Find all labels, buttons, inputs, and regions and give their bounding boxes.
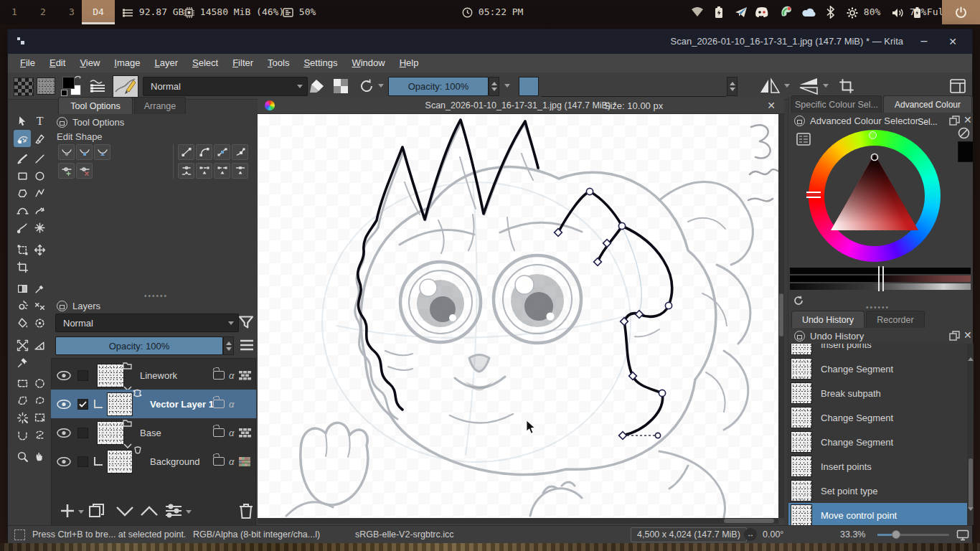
layer-thumbnail[interactable] <box>97 364 124 387</box>
insert-point-button[interactable] <box>58 163 75 179</box>
layer-style-icon[interactable] <box>239 371 252 380</box>
alpha-icon[interactable]: α <box>229 428 234 438</box>
bluetooth-icon[interactable] <box>826 6 834 19</box>
minimize-button[interactable]: – <box>913 29 935 54</box>
tool-calligraphy[interactable] <box>31 130 48 147</box>
visibility-icon[interactable] <box>57 428 71 438</box>
layer-opacity-slider[interactable]: Opacity: 100% <box>55 336 223 355</box>
layer-thumbnail[interactable] <box>97 421 124 445</box>
tool-transform[interactable] <box>14 241 31 258</box>
fullscreen-toggle-icon[interactable] <box>956 529 969 541</box>
tool-multibrush[interactable] <box>31 219 48 236</box>
wifi-icon[interactable] <box>691 7 704 17</box>
alpha-icon[interactable]: α <box>229 456 234 467</box>
canvas-hscroll-thumb[interactable] <box>724 519 774 523</box>
tool-smart-patch[interactable] <box>31 297 48 314</box>
opacity-spinner[interactable] <box>489 77 499 96</box>
refresh-shades-icon[interactable] <box>793 295 804 306</box>
menu-view[interactable]: View <box>73 54 106 72</box>
layer-row-base[interactable]: Base α <box>51 418 256 447</box>
tool-crop[interactable] <box>14 258 31 276</box>
add-layer-dropdown-icon[interactable] <box>78 510 84 514</box>
symmetric-point-button[interactable] <box>94 144 110 160</box>
telegram-icon[interactable] <box>735 6 748 18</box>
undo-item[interactable]: Break subpath <box>788 381 967 405</box>
close-docker-icon[interactable]: ✕ <box>963 329 972 341</box>
hue-selector[interactable] <box>869 131 877 139</box>
tool-assistants[interactable] <box>14 336 31 354</box>
scroll-up-icon[interactable] <box>968 345 974 358</box>
window-titlebar[interactable]: Scan_2026-01-10_16-17-31_1.jpg (147.7 Mi… <box>8 29 972 54</box>
close-docker-icon[interactable]: ✕ <box>963 114 972 126</box>
docker-lock-icon[interactable] <box>794 116 805 126</box>
layer-filter-icon[interactable] <box>237 314 255 331</box>
float-docker-icon[interactable] <box>949 331 960 341</box>
layer-properties-dropdown-icon[interactable] <box>186 510 192 514</box>
scroll-down-icon[interactable] <box>968 511 974 524</box>
size-slider[interactable]: Size: 10.00 px <box>540 96 727 116</box>
tab-arrange[interactable]: Arrange <box>134 97 186 114</box>
mirror-vertical-dropdown-icon[interactable] <box>823 84 829 88</box>
menu-tools[interactable]: Tools <box>261 54 296 72</box>
selection-mode-icon[interactable] <box>14 529 25 540</box>
layer-thumbnail[interactable] <box>107 392 133 416</box>
preserve-alpha-icon[interactable] <box>332 78 349 94</box>
move-layer-up-button[interactable] <box>140 506 159 517</box>
layer-row-linework[interactable]: Linework α <box>51 361 256 390</box>
tool-pan[interactable] <box>31 448 48 465</box>
canvas-close-button[interactable]: ✕ <box>767 97 776 114</box>
opacity-dropdown-icon[interactable] <box>504 84 510 88</box>
canvas-vscroll-thumb[interactable] <box>779 293 783 336</box>
layer-lock-icon[interactable] <box>213 457 225 466</box>
workspace-1[interactable]: 1 <box>0 0 29 24</box>
size-preset-swatch[interactable] <box>519 77 539 96</box>
tool-gradient[interactable] <box>14 280 31 297</box>
layer-properties-button[interactable] <box>164 503 183 519</box>
duplicate-layer-button[interactable] <box>88 503 105 519</box>
layer-checkbox[interactable] <box>77 456 88 467</box>
tool-reference-images[interactable] <box>14 354 31 371</box>
reset-colors-icon[interactable] <box>61 90 67 96</box>
menu-settings[interactable]: Settings <box>297 54 344 72</box>
corner-point-button[interactable] <box>58 144 75 160</box>
alpha-icon[interactable]: α <box>229 370 234 381</box>
tool-rectangular-selection[interactable] <box>14 375 31 392</box>
menu-file[interactable]: File <box>14 54 42 72</box>
tool-colorize-mask[interactable] <box>14 297 31 314</box>
rotation-angle[interactable]: 0.00° <box>763 526 783 544</box>
layer-lock-icon[interactable] <box>213 428 225 437</box>
power-button[interactable] <box>942 0 980 24</box>
foreground-color-swatch[interactable] <box>62 77 75 89</box>
zoom-percent[interactable]: 33.3% <box>840 526 865 544</box>
undo-item[interactable]: Change Segment <box>788 357 967 381</box>
close-button[interactable]: ✕ <box>942 29 963 54</box>
eraser-icon[interactable] <box>306 78 325 94</box>
tool-ellipse[interactable] <box>31 167 48 184</box>
layer-checkbox[interactable] <box>77 370 88 381</box>
menu-help[interactable]: Help <box>393 54 425 72</box>
cloud-icon[interactable] <box>802 8 816 17</box>
no-color-icon[interactable] <box>958 127 970 139</box>
tool-similar-color-selection[interactable] <box>14 409 31 426</box>
visibility-icon[interactable] <box>57 400 71 409</box>
join-points-button[interactable] <box>214 163 230 179</box>
menu-edit[interactable]: Edit <box>43 54 72 72</box>
segment-to-line-button[interactable] <box>178 144 194 160</box>
break-point-button[interactable] <box>178 163 194 179</box>
mirror-vertical-icon[interactable] <box>797 77 820 95</box>
docker-lock-icon[interactable] <box>794 331 805 342</box>
menu-window[interactable]: Window <box>345 54 391 72</box>
visibility-icon[interactable] <box>57 371 71 380</box>
tab-undo-history[interactable]: Undo History <box>791 311 864 328</box>
tool-dynamic-brush[interactable] <box>14 219 31 236</box>
docker-lock-icon[interactable] <box>57 301 67 311</box>
workspace-2[interactable]: 2 <box>29 0 57 24</box>
mirror-horizontal-dropdown-icon[interactable] <box>784 84 790 88</box>
workspace-chooser-icon[interactable] <box>949 77 966 95</box>
blend-mode-combo[interactable]: Normal <box>143 77 308 96</box>
layer-opacity-spinner[interactable] <box>223 336 234 355</box>
tool-move[interactable] <box>31 241 48 258</box>
image-dimensions[interactable]: 4,500 x 4,024 (147.7 MiB) <box>631 527 747 542</box>
break-segment-button[interactable] <box>196 163 212 179</box>
make-line-point-button[interactable] <box>214 144 230 160</box>
